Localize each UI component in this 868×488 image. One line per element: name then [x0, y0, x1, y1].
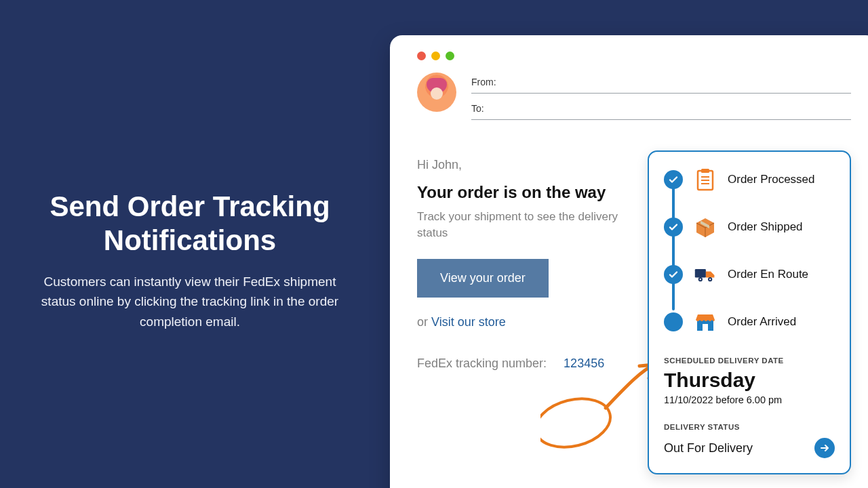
svg-point-0 [540, 391, 616, 449]
step-arrived: Order Arrived [664, 310, 835, 333]
avatar [417, 73, 456, 112]
step-node-check-icon [664, 265, 683, 284]
scheduled-day: Thursday [664, 369, 835, 392]
step-shipped: Order Shipped [664, 216, 835, 239]
delivery-status: DELIVERY STATUS Out For Delivery [664, 423, 835, 458]
step-node-pending-icon [664, 312, 683, 331]
package-icon [694, 216, 717, 239]
step-node-check-icon [664, 218, 683, 237]
from-field[interactable]: From: [471, 73, 851, 94]
status-label: DELIVERY STATUS [664, 423, 835, 431]
tracking-label: FedEx tracking number: [417, 357, 547, 370]
window-close-icon[interactable] [417, 52, 426, 60]
svg-point-10 [709, 279, 711, 280]
clipboard-icon [694, 168, 717, 191]
or-text: or [417, 315, 431, 329]
status-text: Out For Delivery [664, 441, 753, 455]
to-field[interactable]: To: [471, 99, 851, 120]
hero-subtitle: Customers can instantly view their FedEx… [34, 272, 346, 331]
scheduled-delivery: SCHEDULED DELIVERY DATE Thursday 11/10/2… [664, 357, 835, 405]
arrow-right-icon [819, 443, 830, 453]
svg-rect-2 [701, 169, 709, 173]
email-subtext: Track your shipment to see the delivery … [417, 209, 648, 241]
greeting: Hi John, [417, 158, 648, 172]
step-enroute: Order En Route [664, 263, 835, 286]
email-body: Hi John, Your order is on the way Track … [417, 158, 648, 371]
view-order-button[interactable]: View your order [417, 259, 549, 298]
email-fields: From: To: [471, 73, 851, 120]
svg-rect-12 [703, 324, 708, 331]
step-label: Order Shipped [728, 220, 803, 234]
window-minimize-icon[interactable] [431, 52, 440, 60]
callout-arrow-icon [540, 361, 663, 449]
window-controls [417, 52, 851, 60]
scheduled-label: SCHEDULED DELIVERY DATE [664, 357, 835, 365]
step-label: Order Arrived [728, 315, 796, 329]
window-zoom-icon[interactable] [446, 52, 454, 60]
hero: Send Order Tracking Notifications Custom… [34, 190, 346, 331]
step-node-check-icon [664, 170, 683, 189]
scheduled-time: 11/10/2022 before 6.00 pm [664, 394, 835, 405]
secondary-links: or Visit our store [417, 315, 648, 329]
step-label: Order En Route [728, 268, 808, 281]
email-header: From: To: [417, 73, 851, 120]
tracking-row: FedEx tracking number: 123456 [417, 357, 648, 371]
svg-point-8 [700, 279, 701, 280]
visit-store-link[interactable]: Visit our store [431, 315, 506, 329]
storefront-icon [694, 310, 717, 333]
email-headline: Your order is on the way [417, 183, 648, 202]
step-processed: Order Processed [664, 168, 835, 191]
truck-icon [694, 263, 717, 286]
tracking-steps: Order Processed Order Shipped [664, 168, 835, 333]
svg-rect-6 [695, 269, 706, 278]
status-details-button[interactable] [814, 438, 835, 458]
progress-line [672, 178, 675, 310]
step-label: Order Processed [728, 173, 815, 186]
tracking-card: Order Processed Order Shipped [648, 150, 851, 474]
hero-title: Send Order Tracking Notifications [34, 190, 346, 258]
tracking-number[interactable]: 123456 [564, 357, 604, 370]
